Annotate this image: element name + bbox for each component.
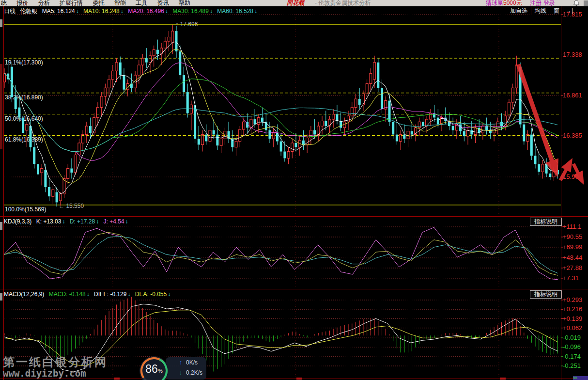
clipped-toolbar-icon — [584, 0, 588, 6]
download-speed: ↓0.2K/s — [179, 369, 202, 376]
kdj-j-value: J: +4.54 — [103, 218, 124, 225]
macd-panel-grip[interactable] — [0, 293, 2, 301]
bottom-axis-line — [0, 379, 588, 379]
chart-header: 日线 伦敦银 MA5: 16.124↓ MA10: 16.248↓ MA20: … — [4, 7, 260, 16]
period-label[interactable]: 日线 — [4, 8, 15, 15]
kdj-macd-divider[interactable] — [0, 289, 588, 289]
ma5-value: MA5: 16.124 — [42, 8, 75, 15]
macd-header: MACD(12,26,9) MACD: -0.148↓ DIFF: -0.129… — [4, 291, 173, 298]
upload-arrow-icon: ↑ — [179, 359, 182, 366]
menu-analysis[interactable]: 分析 — [38, 0, 50, 6]
register-link[interactable]: 注册 — [530, 0, 542, 6]
axis-left-border — [561, 6, 561, 380]
ma30-value: MA30: 16.489 — [172, 8, 209, 15]
menu-bar: 统 报价 分析 扩展行情 委托 智能 工具 资讯 帮助 同花顺 - 伦敦贵金属技… — [0, 0, 588, 6]
app-logo: 同花顺 — [287, 0, 304, 6]
menu-extended-quotes[interactable]: 扩展行情 — [60, 0, 83, 6]
macd-dea-value: DEA: -0.055 — [135, 291, 167, 298]
watermark-site-url: www.diyizby.com — [3, 368, 86, 379]
promo-link[interactable]: 猜球赢5000元 — [486, 0, 522, 6]
gauge-percent: 86% — [143, 363, 165, 376]
chart-left-border — [3, 6, 4, 380]
ma20-value: MA20: 16.496 — [128, 8, 164, 15]
macd-title: MACD(12,26,9) — [4, 291, 44, 298]
kdj-d-value: D: +17.28 — [70, 218, 95, 225]
upload-speed: ↑0K/s — [179, 359, 198, 366]
menu-news[interactable]: 资讯 — [157, 0, 169, 6]
add-watchlist-button[interactable]: 加自选 — [507, 7, 531, 15]
taskbar-remnant: 55 — [573, 376, 588, 380]
kdj-k-value: K: +13.03 — [36, 218, 62, 225]
menu-tools[interactable]: 工具 — [136, 0, 147, 6]
trading-app-window: 统 报价 分析 扩展行情 委托 智能 工具 资讯 帮助 同花顺 - 伦敦贵金属技… — [0, 0, 588, 380]
kdj-panel-grip[interactable] — [0, 222, 2, 230]
login-link[interactable]: 登录 — [543, 0, 555, 6]
symbol-label: 伦敦银 — [20, 8, 37, 15]
kdj-header: KDJ(9,3,3) K: +13.03↓ D: +17.28↓ J: +4.5… — [4, 218, 131, 225]
kdj-title: KDJ(9,3,3) — [4, 218, 31, 225]
menu-quotes[interactable]: 报价 — [16, 0, 28, 6]
ma-lines-button[interactable]: 均线 — [531, 7, 550, 15]
ma60-value: MA60: 16.528 — [217, 8, 253, 15]
menu-trade[interactable]: 委托 — [93, 0, 104, 6]
menu-help[interactable]: 帮助 — [179, 0, 190, 6]
macd-diff-value: DIFF: -0.129 — [94, 291, 126, 298]
menu-smart[interactable]: 智能 — [114, 0, 126, 6]
ma10-value: MA10: 16.248 — [83, 8, 120, 15]
menu-system[interactable]: 统 — [1, 0, 7, 6]
macd-indicator-help-button[interactable]: 指标说明 — [530, 290, 562, 299]
charts-canvas — [0, 0, 588, 380]
page-title: - 伦敦贵金属技术分析 — [315, 0, 371, 6]
main-kdj-divider[interactable] — [0, 216, 588, 217]
notification-bell-icon[interactable] — [573, 0, 580, 6]
kdj-indicator-help-button[interactable]: 指标说明 — [530, 218, 562, 226]
net-speed-panel: ↑0K/s ↓0.2K/s — [166, 357, 206, 380]
macd-value: MACD: -0.148 — [49, 291, 86, 298]
main-panel-grip[interactable] — [0, 19, 2, 27]
left-edge-bar — [0, 64, 2, 149]
download-arrow-icon: ↓ — [179, 369, 182, 376]
chart-toolbar: 加自选 均线 窗 →| — [507, 7, 575, 15]
collapse-panel-icon[interactable]: →| — [563, 7, 575, 14]
